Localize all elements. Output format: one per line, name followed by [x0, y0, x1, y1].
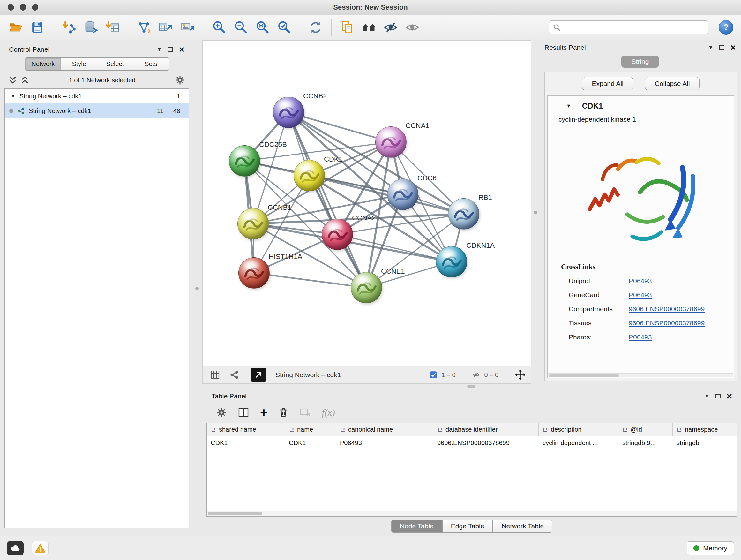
column-header[interactable]: description: [539, 423, 618, 436]
crosslink-uniprot[interactable]: P06493: [629, 275, 652, 287]
network-node-ccnb1[interactable]: [238, 208, 269, 240]
network-from-table-button[interactable]: [156, 18, 176, 37]
expand-all-button[interactable]: Expand All: [582, 77, 633, 90]
network-node-ccnb2[interactable]: [273, 97, 304, 128]
eye-slash-button[interactable]: [381, 18, 401, 37]
memory-button[interactable]: Memory: [687, 542, 734, 555]
search-input[interactable]: [563, 24, 704, 31]
network-node-ccna2[interactable]: [322, 219, 353, 250]
tab-sets[interactable]: Sets: [133, 58, 169, 70]
gear-icon[interactable]: [216, 407, 227, 418]
warnings-button[interactable]: [32, 541, 49, 555]
collapse-panel-icon[interactable]: ▼: [708, 44, 714, 51]
column-header[interactable]: name: [285, 423, 336, 436]
network-overview-button[interactable]: [227, 368, 242, 381]
add-column-button[interactable]: +: [260, 406, 267, 419]
hidden-eye-slash-icon[interactable]: [472, 371, 481, 379]
collapse-all-rows-icon[interactable]: [20, 75, 29, 85]
zoom-out-button[interactable]: [231, 18, 251, 37]
documents-button[interactable]: [337, 18, 357, 37]
network-node-cdc25b[interactable]: [229, 145, 260, 177]
zoom-in-button[interactable]: [209, 18, 229, 37]
column-header[interactable]: database identifier: [433, 423, 539, 436]
float-panel-icon[interactable]: [167, 47, 173, 52]
network-canvas[interactable]: CCNB2CCNA1CDC25BCDK1CDC6RB1CCNB1CCNA2CDK…: [203, 41, 531, 366]
cloud-button[interactable]: [7, 541, 23, 555]
close-panel-icon[interactable]: ×: [726, 391, 732, 401]
trash-icon[interactable]: [278, 407, 288, 418]
network-node-ccna1[interactable]: [375, 126, 407, 158]
column-header[interactable]: canonical name: [336, 423, 433, 436]
horizontal-scrollbar[interactable]: [207, 510, 737, 516]
gear-icon[interactable]: [175, 75, 185, 85]
zoom-selected-button[interactable]: [274, 18, 294, 37]
table-cell[interactable]: CDK1: [285, 436, 336, 449]
columns-icon[interactable]: [238, 407, 249, 418]
network-node-ccne1[interactable]: [351, 272, 382, 303]
network-node-hist1h1a[interactable]: [239, 257, 270, 289]
network-node-cdc6[interactable]: [387, 179, 418, 210]
grid-view-button[interactable]: [208, 368, 222, 381]
tab-network[interactable]: Network: [25, 58, 61, 70]
network-row[interactable]: String Network – cdk1 11 48: [5, 104, 189, 118]
column-header[interactable]: namespace: [673, 423, 737, 436]
title-bar[interactable]: Session: New Session: [0, 0, 741, 15]
crosslink-compartments[interactable]: 9606.ENSP00000378699: [629, 304, 704, 314]
import-network-file-button[interactable]: [59, 18, 79, 37]
scrollbar-thumb[interactable]: [208, 512, 262, 515]
expand-all-rows-icon[interactable]: [8, 75, 17, 85]
import-network-database-button[interactable]: [81, 18, 100, 37]
tab-network-table[interactable]: Network Table: [493, 520, 552, 533]
table-cell[interactable]: stringdb: [673, 436, 737, 449]
network-collection-row[interactable]: ▼ String Network – cdk1 1: [5, 89, 189, 104]
table-cell[interactable]: stringdb:9...: [618, 436, 673, 449]
zoom-fit-button[interactable]: [253, 18, 272, 37]
close-panel-icon[interactable]: ×: [730, 43, 736, 52]
table-cell[interactable]: P06493: [336, 436, 433, 449]
close-window-button[interactable]: [8, 4, 14, 10]
column-header[interactable]: shared name: [207, 423, 285, 436]
table-cell[interactable]: CDK1: [207, 436, 285, 449]
column-header[interactable]: @id: [618, 423, 673, 436]
splitter-handle[interactable]: [195, 287, 199, 290]
help-button[interactable]: ?: [719, 20, 733, 35]
table-row[interactable]: CDK1 CDK1 P06493 9606.ENSP00000378699 cy…: [207, 436, 737, 450]
crosslink-tissues[interactable]: 9606.ENSP00000378699: [629, 318, 704, 328]
table-cell[interactable]: 9606.ENSP00000378699: [433, 436, 539, 449]
splitter-handle[interactable]: [467, 385, 475, 388]
collapse-panel-icon[interactable]: ▼: [704, 393, 710, 399]
collapse-panel-icon[interactable]: ▼: [157, 46, 162, 53]
disclosure-triangle-icon[interactable]: ▼: [566, 103, 571, 109]
home-button[interactable]: [359, 18, 379, 37]
open-in-new-button[interactable]: [251, 368, 266, 382]
table-cell[interactable]: cyclin-dependent ...: [539, 436, 618, 449]
minimize-window-button[interactable]: [20, 4, 26, 10]
move-crosshair-icon[interactable]: [515, 369, 526, 381]
selected-checkbox-icon[interactable]: [429, 371, 437, 379]
maximize-window-button[interactable]: [32, 4, 38, 10]
open-session-button[interactable]: [6, 18, 25, 37]
network-node-cdk1[interactable]: [293, 160, 325, 191]
horizontal-splitter[interactable]: [202, 384, 741, 389]
network-node-rb1[interactable]: [448, 198, 479, 230]
disclosure-triangle-icon[interactable]: ▼: [10, 93, 16, 99]
new-network-button[interactable]: [134, 18, 154, 37]
refresh-button[interactable]: [306, 18, 326, 37]
tab-string[interactable]: String: [621, 56, 659, 68]
collapse-all-button[interactable]: Collapse All: [645, 77, 700, 90]
export-image-button[interactable]: [178, 18, 197, 37]
float-panel-icon[interactable]: [715, 394, 721, 398]
tab-node-table[interactable]: Node Table: [391, 520, 442, 533]
scrollbar-thumb[interactable]: [549, 374, 619, 377]
tab-select[interactable]: Select: [97, 58, 133, 70]
import-table-button[interactable]: [103, 18, 122, 37]
save-session-button[interactable]: [27, 18, 47, 37]
float-panel-icon[interactable]: [719, 45, 724, 50]
tab-edge-table[interactable]: Edge Table: [442, 520, 493, 533]
eye-button[interactable]: [402, 18, 422, 37]
close-panel-icon[interactable]: ×: [179, 45, 185, 54]
crosslink-pharos[interactable]: P06493: [629, 332, 652, 343]
horizontal-scrollbar[interactable]: [548, 373, 733, 377]
splitter-handle[interactable]: [534, 211, 537, 214]
crosslink-genecard[interactable]: P06493: [629, 290, 652, 300]
